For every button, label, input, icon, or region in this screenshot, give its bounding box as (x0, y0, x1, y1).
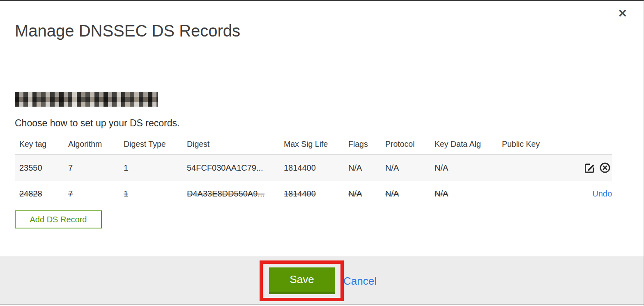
header-protocol: Protocol (381, 136, 430, 155)
cell-key-data-alg: N/A (435, 163, 448, 172)
cell-algorithm: 7 (68, 163, 73, 172)
header-flags: Flags (344, 136, 381, 155)
cell-digest: 54FCF030AA1C79... (187, 163, 263, 172)
header-key-data-alg: Key Data Alg (430, 136, 497, 155)
page-title: Manage DNSSEC DS Records (15, 22, 240, 40)
cell-digest: D4A33E8DD550A9... (187, 189, 264, 198)
cell-flags: N/A (348, 189, 362, 198)
edit-icon[interactable] (584, 162, 596, 174)
cell-key-tag: 24828 (19, 189, 42, 198)
header-digest: Digest (182, 136, 279, 155)
close-icon[interactable]: ✕ (618, 8, 627, 19)
cell-protocol: N/A (385, 163, 399, 172)
dnssec-modal: Manage DNSSEC DS Records ✕ Choose how to… (0, 0, 644, 306)
header-public-key: Public Key (497, 136, 557, 155)
instruction-text: Choose how to set up your DS records. (15, 118, 179, 129)
redacted-domain-name (15, 92, 158, 107)
cell-digest-type: 1 (124, 163, 128, 172)
ds-records-table: Key tag Algorithm Digest Type Digest Max… (15, 136, 612, 207)
cell-max-sig-life: 1814400 (284, 163, 316, 172)
header-key-tag: Key tag (15, 136, 64, 155)
cell-algorithm: 7 (68, 189, 73, 198)
save-button[interactable]: Save (269, 267, 335, 294)
table-row-deleted: 24828 7 1 D4A33E8DD550A9... 1814400 N/A … (15, 181, 612, 207)
delete-icon[interactable] (599, 162, 611, 174)
cell-key-data-alg: N/A (435, 189, 448, 198)
header-algorithm: Algorithm (64, 136, 119, 155)
cell-key-tag: 23550 (19, 163, 42, 172)
cancel-link[interactable]: Cancel (343, 275, 377, 288)
undo-link[interactable]: Undo (592, 189, 612, 198)
header-actions (557, 136, 612, 155)
table-header-row: Key tag Algorithm Digest Type Digest Max… (15, 136, 612, 155)
cell-digest-type: 1 (124, 189, 128, 198)
header-max-sig-life: Max Sig Life (279, 136, 344, 155)
cell-max-sig-life: 1814400 (284, 189, 316, 198)
header-digest-type: Digest Type (119, 136, 182, 155)
cell-protocol: N/A (385, 189, 399, 198)
cell-flags: N/A (348, 163, 362, 172)
add-ds-record-button[interactable]: Add DS Record (15, 210, 102, 228)
table-row: 23550 7 1 54FCF030AA1C79... 1814400 N/A … (15, 155, 612, 181)
